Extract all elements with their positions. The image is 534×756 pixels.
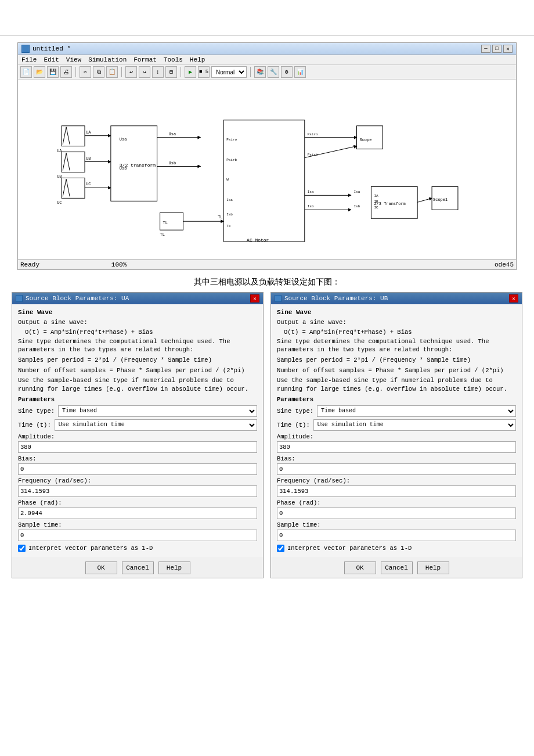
dialog-ua-desc2: Sine type determines the computational t… [18, 337, 257, 354]
dialog-ua-bias-row: Bias: [18, 455, 257, 475]
dialog-ub-desc3: Samples per period = 2*pi / (Frequency *… [277, 356, 516, 365]
dialog-ua-sampletime-input[interactable] [18, 530, 257, 541]
minimize-button[interactable]: — [481, 45, 490, 53]
copy-button[interactable]: ⧉ [93, 66, 104, 78]
svg-text:Isa: Isa [354, 190, 360, 194]
redo-button[interactable]: ↪ [139, 66, 150, 78]
dialog-ua-checkbox[interactable] [18, 545, 26, 552]
svg-text:Usb: Usb [120, 166, 127, 171]
svg-text:Isa: Isa [308, 190, 314, 194]
paste-button[interactable]: 📋 [106, 66, 118, 78]
zoomfit-button[interactable]: ⊞ [165, 66, 177, 78]
dialog-ub-desc1: Output a sine wave: [277, 318, 516, 327]
library-button[interactable]: 📚 [254, 66, 266, 78]
dialog-ub-sampletime-input[interactable] [277, 530, 516, 541]
dialog-ua-close-button[interactable]: ✕ [250, 294, 259, 303]
dialog-ub-freq-row: Frequency (rad/sec): [277, 477, 516, 497]
new-button[interactable]: 📄 [20, 66, 32, 78]
simulation-mode-dropdown[interactable]: Normal [211, 66, 247, 78]
dialog-ub-amplitude-input[interactable] [277, 441, 516, 453]
config-button[interactable]: ⚙ [281, 66, 293, 78]
dialog-ua-time-select[interactable]: Use simulation time [55, 419, 257, 431]
menu-bar: File Edit View Simulation Format Tools H… [18, 55, 516, 65]
menu-tools[interactable]: Tools [164, 56, 183, 63]
dialog-ub-close-button[interactable]: ✕ [509, 294, 518, 303]
dialog-ua-desc1: Output a sine wave: [18, 318, 257, 327]
dialog-ub-phase-input[interactable] [277, 507, 516, 519]
svg-text:IB: IB [374, 200, 378, 204]
dialog-ub-freq-input[interactable] [277, 485, 516, 497]
dialog-ub-checkbox[interactable] [277, 545, 284, 552]
dialog-ua-icon [16, 295, 23, 302]
dialog-ub-title: Source Block Parameters: UB [284, 295, 388, 302]
dialog-ua-help-button[interactable]: Help [158, 561, 190, 574]
dialog-ua-amplitude-input[interactable] [18, 441, 257, 453]
zoomin-button[interactable]: ↕ [152, 66, 164, 78]
svg-rect-2 [62, 152, 85, 172]
dialog-ub: Source Block Parameters: UB ✕ Sine Wave … [270, 292, 522, 578]
menu-format[interactable]: Format [134, 56, 157, 63]
dialog-ub-bias-row: Bias: [277, 455, 516, 475]
undo-button[interactable]: ↩ [125, 66, 137, 78]
svg-text:Usa: Usa [120, 137, 127, 142]
menu-simulation[interactable]: Simulation [88, 56, 127, 63]
dialog-ua-titlebar: Source Block Parameters: UA ✕ [12, 293, 263, 304]
dialog-ua-title: Source Block Parameters: UA [26, 295, 129, 302]
dialog-ub-time-select[interactable]: Use simulation time [313, 419, 516, 431]
profile-button[interactable]: 📊 [294, 66, 306, 78]
dialog-ub-help-button[interactable]: Help [417, 561, 449, 574]
dialog-ub-sinetype-label: Sine type: [277, 408, 313, 415]
run-button[interactable]: ▶ [185, 66, 196, 78]
dialog-ub-cancel-button[interactable]: Cancel [381, 561, 413, 574]
dialog-ua-phase-label: Phase (rad): [18, 499, 257, 506]
svg-text:Psirb: Psirb [226, 158, 237, 162]
menu-edit[interactable]: Edit [44, 56, 59, 63]
dialog-ua-bias-input[interactable] [18, 463, 257, 475]
debug-button[interactable]: 🔧 [268, 66, 279, 78]
dialog-ub-phase-row: Phase (rad): [277, 499, 516, 519]
dialog-ua-freq-input[interactable] [18, 485, 257, 497]
dialog-ua-sinetype-select[interactable]: Time based [58, 405, 257, 417]
svg-text:Usb: Usb [169, 161, 176, 165]
dialog-ub-buttons: OK Cancel Help [271, 557, 522, 578]
menu-view[interactable]: View [66, 56, 81, 63]
stoptime-label: ■ 5 [198, 66, 210, 78]
dialog-ua-phase-input[interactable] [18, 507, 257, 519]
svg-text:Psirb: Psirb [308, 153, 318, 157]
cut-button[interactable]: ✂ [80, 66, 91, 78]
toolbar: 📄 📂 💾 🖨 ✂ ⧉ 📋 ↩ ↪ ↕ ⊞ ▶ ■ 5 Normal 📚 🔧 ⚙… [18, 65, 516, 80]
close-button[interactable]: ✕ [503, 45, 513, 53]
dialog-ua-sampletime-row: Sample time: [18, 521, 257, 541]
dialogs-row: Source Block Parameters: UA ✕ Sine Wave … [12, 292, 522, 578]
print-button[interactable]: 🖨 [60, 66, 72, 78]
dialog-ua-sinetype-label: Sine type: [18, 408, 55, 415]
toolbar-sep3 [181, 67, 181, 77]
svg-text:UC: UC [86, 182, 91, 186]
dialog-ua-ok-button[interactable]: OK [85, 561, 117, 574]
dialog-ub-sampletime-label: Sample time: [277, 521, 516, 528]
dialog-ua-block-type: Sine Wave [18, 309, 257, 316]
dialog-ub-icon [275, 295, 282, 302]
dialog-ua-freq-label: Frequency (rad/sec): [18, 477, 257, 484]
svg-text:TL: TL [160, 232, 165, 237]
save-button[interactable]: 💾 [47, 66, 59, 78]
dialog-separator [264, 292, 270, 578]
svg-text:Te: Te [226, 224, 231, 228]
menu-help[interactable]: Help [190, 56, 205, 63]
dialog-ub-sampletime-row: Sample time: [277, 521, 516, 541]
dialog-ua-checkbox-label: Interpret vector parameters as 1-D [28, 545, 153, 552]
open-button[interactable]: 📂 [34, 66, 45, 78]
menu-file[interactable]: File [21, 56, 37, 63]
svg-text:W: W [226, 178, 229, 182]
status-solver: ode45 [148, 261, 514, 268]
svg-text:Scope: Scope [359, 138, 371, 142]
dialog-ua-cancel-button[interactable]: Cancel [122, 561, 154, 574]
simulink-window: untitled * — □ ✕ File Edit View Simulati… [17, 42, 517, 270]
dialog-ub-bias-input[interactable] [277, 463, 516, 475]
dialog-ua-desc4: Number of offset samples = Phase * Sampl… [18, 366, 257, 375]
dialog-ub-sinetype-row: Sine type: Time based [277, 405, 516, 417]
status-ready: Ready [20, 261, 90, 268]
maximize-button[interactable]: □ [492, 45, 501, 53]
dialog-ub-sinetype-select[interactable]: Time based [317, 405, 516, 417]
dialog-ub-ok-button[interactable]: OK [344, 561, 376, 574]
